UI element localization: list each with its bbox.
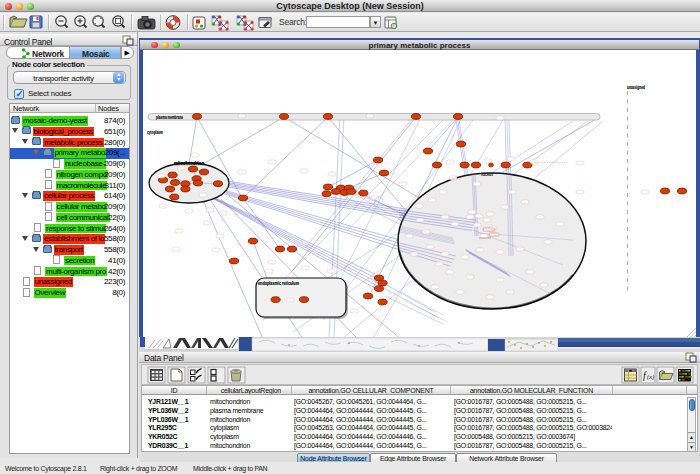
svg-text:(x): (x): [647, 373, 654, 381]
svg-text:mitochondrion: mitochondrion: [174, 159, 204, 165]
svg-text:nucleus: nucleus: [481, 170, 493, 176]
svg-text:unassigned: unassigned: [627, 83, 645, 89]
svg-text:endoplasmic reticulum: endoplasmic reticulum: [258, 279, 299, 285]
svg-text:plasma membrane: plasma membrane: [156, 113, 183, 119]
svg-text:cytoplasm: cytoplasm: [147, 128, 163, 134]
